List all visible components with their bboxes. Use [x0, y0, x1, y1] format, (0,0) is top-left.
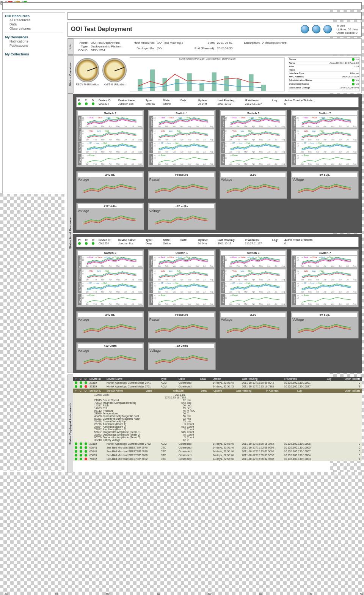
- page-header: OOI Test Deployment In Use Uptime: 56 da…: [67, 22, 362, 37]
- sensor-row: 21089Temperature56C: [75, 412, 360, 415]
- instruments-header: PCD Device IDDevice NameType StateDataUp…: [73, 377, 362, 381]
- globe-icon[interactable]: [301, 25, 309, 33]
- status-inuse: In Use: [336, 24, 358, 28]
- info-end-label: End (Planned):: [195, 47, 215, 52]
- info-desc-label: Description:: [244, 41, 260, 52]
- info-ooiid-label: OOI ID:: [78, 49, 88, 52]
- sensor-row: 48460Current Velocity Magnetic East56m/s: [75, 415, 360, 417]
- host-header: P:C:D: Device ID:Device Name:Type: State…: [76, 97, 359, 107]
- sensor-row: 26776Amplitude (Beam 1)3Count: [75, 423, 360, 425]
- sensor-row: 56697Diagnostics Amplitude (Beam 1)545Co…: [75, 431, 360, 433]
- switch-card: Switch 7 Current (A)— Peak — Value — Lim…: [291, 110, 359, 168]
- voltage-card: 5v sup. Voltage— Value — Max — Min2010Ja…: [291, 171, 359, 198]
- instrument-row[interactable]: 63669Sea-Bird Microcat SBE37SIP 5680CTDC…: [73, 453, 362, 457]
- instruments-panel: PCD Device IDDevice NameType StateDataUp…: [73, 377, 362, 473]
- nav-ooi-resources[interactable]: OOI Resources: [5, 14, 63, 18]
- switch-card: Switch 2 Current (A)— Peak — Value — Lim…: [76, 249, 144, 307]
- info-panel: Name:OOI Test Deployment Type:Deployment…: [73, 38, 362, 55]
- voltage-card: 24v br. Voltage— Value — Max — Min2010Ja…: [76, 311, 144, 338]
- voltage-card: +12 Volts Voltage— Value — Max — Min2010…: [76, 342, 144, 370]
- host-header: P:C:D: Device ID:Device Name:Type: State…: [76, 237, 359, 247]
- svg-rect-7: [224, 76, 229, 91]
- switch-card: Switch 1 Current (A)— Peak — Value — Lim…: [148, 110, 216, 168]
- instrument-row[interactable]: 23319Nortek Aquadopp Current Meter 2762A…: [73, 442, 362, 446]
- voltage-card: 5v sup. Voltage— Value — Max — Min2010Ja…: [291, 311, 359, 338]
- status-overview-panel: RECV % Utilization XMIT % Utilization Sw…: [73, 55, 362, 93]
- sidebar: OOI Resources All Resources Data Observa…: [2, 12, 65, 194]
- nav-notifications[interactable]: Notifications: [9, 39, 63, 43]
- voltage-card: Pressure Pascal— Value — Max — Min2010Ja…: [148, 311, 216, 338]
- voltage-card: Pressure Pascal— Value — Max — Min2010Ja…: [148, 171, 216, 198]
- info-host-value: OOI Test Mooring 3: [157, 41, 183, 46]
- info-start-label: Start:: [195, 41, 215, 46]
- nav-my-resources[interactable]: My Resources: [5, 35, 63, 39]
- refresh-icon[interactable]: [323, 25, 332, 33]
- sensor-row: 27834Amplitude (Beam 2)653Count: [75, 425, 360, 428]
- info-end-value: 2012-04-30: [217, 47, 232, 52]
- info-desc-value: A description here: [262, 41, 287, 52]
- info-host-label: Host Resource:: [134, 41, 155, 46]
- instrument-row[interactable]: 63648Sea-Bird Microcat SBE37SIP 5679CTDC…: [73, 450, 362, 453]
- tab-info[interactable]: Info: [67, 38, 73, 55]
- svg-rect-9: [249, 74, 253, 91]
- svg-rect-0: [138, 79, 142, 91]
- voltage-card: +12 Volts Voltage— Value — Max — Min2010…: [76, 203, 144, 230]
- info-deployed-label: Deployed By:: [134, 47, 155, 52]
- sensor-row: 17623Roll65deg: [75, 407, 360, 409]
- overview-chart: Switch Channel Port 2.10 - Alpine2004GN-…: [130, 57, 285, 91]
- svg-rect-10: [261, 85, 266, 91]
- info-name-label: Name:: [78, 41, 88, 44]
- tab-status-host[interactable]: Status Host Resource: [67, 93, 73, 373]
- sensor-row: 73827Amplitude (Beam 3)3Count: [75, 428, 360, 431]
- page-title: OOI Test Deployment: [71, 26, 301, 33]
- svg-rect-8: [237, 79, 241, 91]
- sensors-header: PCD Sensor IDSensor NameValue MeasureDat…: [73, 389, 362, 393]
- sensor-row: 95112Pressure45m H2O: [75, 409, 360, 412]
- instrument-row[interactable]: 76592Sea-Bird Microcat SBE37SIP 5692CTDC…: [73, 457, 362, 461]
- title-banner: [67, 12, 362, 20]
- switch-card: Switch 3 Current (A)— Peak — Value — Lim…: [220, 249, 287, 307]
- voltage-card: 2.5v Voltage— Value — Max — Min2010JanFe…: [220, 311, 287, 338]
- voltage-card: 2.5v Voltage— Value — Max — Min2010JanFe…: [220, 171, 287, 198]
- sensor-row: 38043Diagnostics Amplitude (Beam 2)75Cou…: [75, 433, 360, 436]
- nav-data[interactable]: Data: [9, 22, 63, 26]
- instrument-row[interactable]: 23319Nortek Aquadopp Current Meter 2761A…: [73, 385, 362, 389]
- voltage-card: 24v br. Voltage— Value — Max — Min2010Ja…: [76, 171, 144, 198]
- sensor-row: 33210Battery voltage12V: [75, 439, 360, 441]
- instrument-row[interactable]: 63648Sea-Bird Microcat SBE37SIP 5676CTDC…: [73, 446, 362, 450]
- status-tickets: Open Tickets: 0: [336, 31, 358, 35]
- switch-card: Switch 2 Current (A)— Peak — Value — Lim…: [76, 110, 144, 168]
- tab-status-overview[interactable]: Status Overview: [67, 55, 73, 93]
- nav-observatories[interactable]: Observatories: [9, 27, 63, 30]
- nav-my-collections[interactable]: My Collections: [5, 52, 63, 56]
- sensor-row: 10968Clock2011-10-12T15:35:16.798Z: [75, 394, 360, 399]
- svg-rect-3: [175, 79, 179, 91]
- host-panel: P:C:D: Device ID:Device Name:Type: State…: [73, 94, 362, 233]
- info-name-value: OOI Test Deployment: [91, 41, 122, 44]
- host-panel: P:C:D: Device ID:Device Name:Type: State…: [73, 234, 362, 373]
- sensor-row: 14287Pitch56deg: [75, 404, 360, 407]
- nav-publications[interactable]: Publications: [9, 44, 63, 47]
- gauge-recv: RECV % Utilization: [75, 57, 99, 91]
- tab-deployed-instruments[interactable]: Status Deployed Instruments: [67, 375, 73, 473]
- info-start-value: 2011-05-01: [217, 41, 232, 46]
- instrument-row[interactable]: 23319Nortek Aquadopp Current Meter 2441A…: [73, 381, 362, 385]
- sensor-row: 72623Magnetic Compass Heading543deg: [75, 401, 360, 404]
- sensor-row: 21815Sound Speed12m/s: [75, 399, 360, 401]
- nav-all-resources[interactable]: All Resources: [9, 18, 63, 22]
- voltage-card: -12 volts Voltage— Value — Max — Min2010…: [148, 342, 216, 370]
- info-ooiid-value: DPLY1234: [91, 49, 122, 52]
- gauge-xmit: XMIT % Utilization: [102, 57, 127, 91]
- status-uptime: Uptime: 56 days: [336, 28, 358, 31]
- voltage-card: -12 volts Voltage— Value — Max — Min2010…: [148, 203, 216, 230]
- top-banner: [2, 2, 362, 10]
- help-icon[interactable]: [312, 25, 320, 33]
- sensor-row: 39498Current Velocity Up53m/s: [75, 420, 360, 423]
- sensor-row: 82361Current Velocity Magnetic North22m/…: [75, 417, 360, 420]
- info-type-label: Type:: [78, 45, 88, 48]
- svg-rect-4: [187, 73, 192, 91]
- switch-card: Switch 3 Current (A)— Peak — Value — Lim…: [220, 110, 287, 168]
- info-type-value: Deployment to Platform: [91, 45, 122, 48]
- sensor-row: 90759Diagnostics Amplitude (Beam 3)3Coun…: [75, 436, 360, 439]
- status-table: StatusUp NameAlpine2004GN-102 Port 2.10 …: [288, 57, 360, 91]
